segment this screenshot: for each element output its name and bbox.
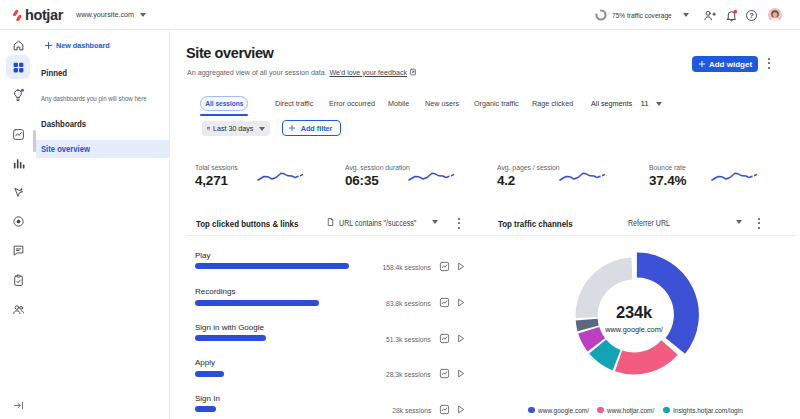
rail-item-surveys[interactable]: [6, 268, 30, 292]
legend-item-insights[interactable]: Insights.hotjar.com/login: [663, 406, 752, 415]
bar-value: 158.4k sessions: [383, 263, 431, 272]
bar-value: 83.8k sessions: [386, 299, 431, 308]
card-menu-top-clicked[interactable]: [458, 218, 460, 230]
tab-new-users[interactable]: New users: [425, 96, 463, 111]
legend-item-hotjar[interactable]: www.hotjar.com/: [597, 406, 661, 415]
page-title: Site overview: [186, 45, 274, 61]
sidebar-item-site-overview[interactable]: Site overview: [36, 140, 170, 158]
sidebar-scrollbar[interactable]: [33, 130, 36, 152]
date-range-value: Last 30 days: [213, 124, 253, 133]
card-menu-top-traffic[interactable]: [758, 218, 760, 230]
people-icon: [12, 303, 25, 316]
trends-icon[interactable]: [439, 404, 450, 415]
bar-label: Sign in with Google: [195, 323, 264, 332]
bar[interactable]: [195, 300, 319, 306]
play-icon[interactable]: [455, 261, 466, 272]
chat-bubble-icon: [12, 244, 25, 257]
tab-rage-clicked[interactable]: Rage clicked: [532, 96, 578, 111]
legend-item-google[interactable]: www.google.com/: [528, 406, 596, 415]
trends-icon[interactable]: [439, 368, 450, 379]
metric-label: Total sessions: [195, 163, 238, 172]
calendar-icon: [207, 124, 210, 133]
tab-label: Rage clicked: [532, 99, 573, 108]
date-range-button[interactable]: Last 30 days: [202, 121, 270, 136]
metric-value: 4.2: [497, 173, 565, 188]
add-widget-button[interactable]: Add widget: [692, 56, 758, 72]
bar[interactable]: [195, 371, 224, 377]
chevron-down-icon[interactable]: [140, 13, 146, 17]
chevron-down-icon[interactable]: [736, 220, 742, 224]
donut-segment[interactable]: [615, 340, 678, 374]
help-icon: ?: [745, 9, 758, 22]
url-filter-dropdown[interactable]: URL contains "/success": [339, 218, 429, 228]
pinned-heading: Pinned: [41, 68, 69, 78]
hotjar-logo[interactable]: hotjar: [11, 0, 63, 30]
help-button[interactable]: ?: [745, 0, 758, 30]
rail-item-heatmaps[interactable]: [6, 180, 30, 204]
rail-item-feedback[interactable]: [6, 238, 30, 262]
new-dashboard-button[interactable]: New dashboard: [44, 41, 116, 50]
collapse-rail-button[interactable]: [6, 393, 30, 417]
traffic-coverage[interactable]: 75% traffic coverage: [612, 11, 685, 20]
rail-item-recordings[interactable]: [6, 209, 30, 233]
tab-error-occurred[interactable]: Error occurred: [329, 96, 380, 111]
trends-icon[interactable]: [439, 333, 450, 344]
tab-all-sessions[interactable]: All sessions: [200, 96, 248, 111]
bar[interactable]: [195, 406, 216, 412]
play-icon[interactable]: [455, 297, 466, 308]
chevron-down-icon[interactable]: [683, 13, 689, 17]
bar-value: 28.3k sessions: [386, 370, 431, 379]
dashboards-heading: Dashboards: [41, 119, 90, 129]
tab-mobile[interactable]: Mobile: [388, 96, 412, 111]
legend-dot: [663, 407, 670, 414]
tab-direct-traffic[interactable]: Direct traffic: [275, 96, 318, 111]
donut-label: www.google.com/: [559, 325, 710, 334]
page-menu-button[interactable]: [768, 58, 770, 70]
lightbulb-icon: [11, 88, 25, 102]
metric-bounce-rate: Bounce rate 37.4%: [649, 163, 689, 189]
rail-item-dashboards[interactable]: [6, 55, 30, 79]
tab-organic-traffic[interactable]: Organic traffic: [474, 96, 524, 111]
bar[interactable]: [195, 263, 349, 269]
legend-label: Insights.hotjar.com/login: [673, 406, 743, 415]
bar-label: Recordings: [195, 287, 235, 296]
referrer-dropdown[interactable]: Referrer URL: [628, 218, 677, 228]
rail-item-highlights[interactable]: [6, 122, 30, 146]
hotjar-dashboard: hotjar www.yoursite.com 75% traffic cove…: [0, 0, 800, 419]
card-title-text: Top traffic channels: [498, 219, 573, 229]
hotjar-flame-icon: [11, 8, 24, 23]
user-avatar[interactable]: [768, 0, 782, 30]
bar-row-recordings: Recordings 83.8k sessions: [195, 287, 466, 311]
main-content: Site overview An aggregated view of all …: [170, 30, 800, 419]
site-selector[interactable]: www.yoursite.com: [76, 10, 140, 19]
sparkline-session-duration: [407, 167, 459, 185]
sparkline-bounce-rate: [710, 167, 762, 185]
document-icon: [326, 217, 335, 227]
invite-user-button[interactable]: [703, 0, 716, 30]
play-icon[interactable]: [455, 333, 466, 344]
play-icon[interactable]: [455, 404, 466, 415]
bar-label: Apply: [195, 358, 215, 367]
play-icon[interactable]: [455, 368, 466, 379]
notifications-button[interactable]: [725, 0, 738, 30]
card-title-top-traffic: Top traffic channels: [498, 219, 581, 229]
record-icon: [12, 215, 25, 228]
plus-icon: [288, 124, 296, 132]
add-filter-button[interactable]: Add filter: [282, 120, 341, 136]
bar[interactable]: [195, 335, 266, 341]
feedback-link[interactable]: We'd love your feedback: [329, 68, 407, 77]
site-selector-value: www.yoursite.com: [76, 10, 134, 19]
trends-icon[interactable]: [439, 261, 450, 272]
rail-item-funnels[interactable]: [6, 151, 30, 175]
bell-icon: [725, 9, 738, 22]
trends-icon[interactable]: [439, 297, 450, 308]
rail-item-interviews[interactable]: [6, 297, 30, 321]
chevron-down-icon[interactable]: [432, 220, 438, 224]
bar-label: Sign In: [195, 394, 220, 403]
rail-item-insights[interactable]: [6, 83, 30, 107]
collapse-icon: [13, 400, 24, 411]
metric-session-duration: Avg. session duration 06:35: [345, 163, 416, 189]
pinned-heading-text: Pinned: [41, 68, 67, 78]
rail-item-home[interactable]: [6, 33, 30, 57]
all-segments-dropdown[interactable]: All segments 11: [591, 96, 662, 111]
